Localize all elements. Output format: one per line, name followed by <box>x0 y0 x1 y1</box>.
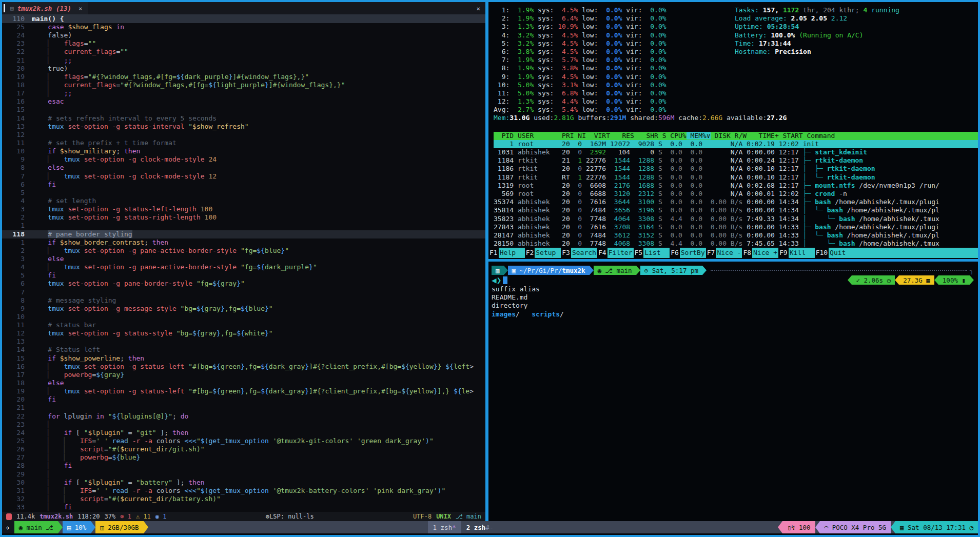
code-line[interactable]: 9 ▏ tmux set-option -g clock-mode-style … <box>2 155 485 164</box>
code-line[interactable]: 15 if $show_powerline; then <box>2 354 485 363</box>
code-line[interactable]: 1 if $show_border_contrast; then <box>2 238 485 247</box>
code-line[interactable]: 24 ▏ if [ "$lplugin" = "git" ]; then <box>2 429 485 437</box>
tab-close-icon[interactable]: × <box>79 5 83 12</box>
code-line[interactable]: 5 <box>2 189 485 197</box>
code-line[interactable]: 26 ▏ ▏ script="#($current_dir/git.sh)" <box>2 445 485 453</box>
code-line[interactable]: 21 <box>2 404 485 412</box>
close-all-icon[interactable]: ✕ <box>476 5 480 12</box>
code-line[interactable]: 118 # pane border styling <box>2 230 485 238</box>
code-line[interactable]: 33 ▏ fi <box>2 503 485 511</box>
fkey-f8[interactable]: F8 <box>742 248 752 258</box>
code-line[interactable]: 25 ▏ ▏ IFS=' ' read -r -a colors <<<"$(g… <box>2 437 485 445</box>
code-line[interactable]: 23 ▏ <box>2 421 485 429</box>
fkey-f5[interactable]: F5 <box>634 248 644 258</box>
launcher-icon[interactable]: ✈ <box>2 521 14 533</box>
process-row[interactable]: 1031 abhishek 20 0 2392 104 0 S 0.0 0.0 … <box>494 148 978 156</box>
code-line[interactable]: 2 ▏ tmux set-option -g pane-active-borde… <box>2 247 485 255</box>
code-line[interactable]: 14 # sets refresh interval to every 5 se… <box>2 114 485 123</box>
code-line[interactable]: 8 else <box>2 164 485 172</box>
code-line[interactable]: 32 ▏ ▏ script="#($current_dir/battery.sh… <box>2 495 485 503</box>
process-row[interactable]: 28147 abhishek 20 0 7484 3612 3152 S 0.0… <box>494 231 978 240</box>
process-header-row[interactable]: PID USER PRI NI VIRT RES SHR S CPU% MEM%… <box>494 132 978 140</box>
code-line[interactable]: 22 for lplugin in "${lplugins[@]}"; do <box>2 412 485 421</box>
code-line[interactable]: 14 # Status left <box>2 346 485 354</box>
terminal-pane[interactable]: ▥▣ ~/Pr/Gi/Pr/tmux2k◉ ⎇ main⊙ Sat, 5:17 … <box>488 262 978 521</box>
code-line[interactable]: 12 <box>2 131 485 139</box>
code-line[interactable]: 4 # set length <box>2 197 485 205</box>
code-line[interactable]: 10 <box>2 313 485 321</box>
fkey-f7[interactable]: F7 <box>706 248 716 258</box>
code-line[interactable]: 19 ▏ tmux set-option -g status-left "#[b… <box>2 387 485 395</box>
fkey-label[interactable]: Search <box>571 248 597 258</box>
process-row[interactable]: 1186 rtkit 20 0 22776 1544 1288 S 0.0 0.… <box>494 165 978 173</box>
code-line[interactable]: 13 <box>2 337 485 346</box>
code-line[interactable]: 19 ▏ flags="#{?window_flags,#[fg=${dark_… <box>2 73 485 81</box>
code-line[interactable]: 25 case $show_flags in <box>2 23 485 31</box>
editor-tab[interactable]: ▤ tmux2k.sh (13) × <box>5 2 88 14</box>
code-line[interactable]: 3 else <box>2 255 485 263</box>
fkey-label[interactable]: Nice - <box>716 248 742 258</box>
process-row[interactable]: 1319 root 20 0 6608 2176 1688 S 0.0 0.0 … <box>494 182 978 190</box>
code-line[interactable]: 30 ▏ if [ "$lplugin" = "battery" ]; then <box>2 479 485 487</box>
code-line[interactable]: 17 ▏ powerbg=${gray} <box>2 371 485 379</box>
process-row[interactable]: 35814 abhishek 20 0 7484 3656 3196 S 0.0… <box>494 206 978 214</box>
fkey-f10[interactable]: F10 <box>815 248 829 258</box>
process-row[interactable]: 35374 abhishek 20 0 7616 3644 3100 S 0.0… <box>494 198 978 206</box>
pane-divider-horizontal[interactable] <box>488 259 980 262</box>
code-line[interactable]: 10 if $show_military; then <box>2 147 485 155</box>
fkey-label[interactable]: Nice + <box>752 248 778 258</box>
code-line[interactable]: 6 tmux set-option -g pane-border-style "… <box>2 280 485 288</box>
code-line[interactable]: 3 tmux set-option -g status-left-length … <box>2 205 485 213</box>
code-line[interactable]: 24 false) <box>2 31 485 39</box>
process-row[interactable]: 27843 abhishek 20 0 7616 3708 3164 S 0.0… <box>494 223 978 231</box>
code-line[interactable]: 16 ▏ tmux set-option -g status-left "#[b… <box>2 363 485 371</box>
code-line[interactable]: 1 <box>2 222 485 230</box>
code-line[interactable]: 7 <box>2 288 485 296</box>
code-line[interactable]: 16 esac <box>2 97 485 106</box>
process-row[interactable]: 1187 rtkit RT 1 22776 1544 1288 S 0.0 0.… <box>494 173 978 182</box>
editor-buffer[interactable]: 25 case $show_flags in24 false)23 ▏ flag… <box>2 23 485 511</box>
code-line[interactable]: 17 ▏ ;; <box>2 89 485 97</box>
code-line[interactable]: 7 ▏ tmux set-option -g clock-mode-style … <box>2 172 485 181</box>
fkey-label[interactable]: SortBy <box>680 248 706 258</box>
code-line[interactable]: 21 ▏ ;; <box>2 56 485 65</box>
fkey-f3[interactable]: F3 <box>561 248 571 258</box>
fkey-label[interactable]: Quit <box>829 248 847 258</box>
code-line[interactable]: 2 tmux set-option -g status-right-length… <box>2 213 485 222</box>
code-line[interactable]: 15 <box>2 106 485 114</box>
code-line[interactable]: 20 true) <box>2 65 485 73</box>
code-line[interactable]: 8 # message styling <box>2 296 485 305</box>
code-line[interactable]: 31 ▏ ▏ IFS=' ' read -r -a colors <<<"$(g… <box>2 487 485 495</box>
process-table-header[interactable]: PID USER PRI NI VIRT RES SHR S CPU% MEM%… <box>494 132 978 140</box>
code-line[interactable]: 6 fi <box>2 181 485 189</box>
process-row[interactable]: 1184 rtkit 21 1 22776 1544 1288 S 0.0 0.… <box>494 156 978 165</box>
fkey-label[interactable]: Kill <box>789 248 815 258</box>
fkey-f6[interactable]: F6 <box>670 248 680 258</box>
fkey-f1[interactable]: F1 <box>488 248 499 258</box>
process-table[interactable]: 1 root 20 0 162M 12072 9028 S 0.0 0.0 N/… <box>494 140 978 248</box>
code-line[interactable]: 11 # status bar <box>2 321 485 329</box>
code-line[interactable]: 22 ▏ current_flags="" <box>2 48 485 56</box>
fkey-f9[interactable]: F9 <box>778 248 789 258</box>
process-row[interactable]: 1 root 20 0 162M 12072 9028 S 0.0 0.0 N/… <box>494 140 978 148</box>
process-row[interactable]: 28150 abhishek 20 0 7748 4068 3308 S 4.4… <box>494 240 978 248</box>
code-line[interactable]: 12 tmux set-option -g status-style "bg=$… <box>2 329 485 337</box>
process-row[interactable]: 569 root 20 0 6688 3120 2312 S 0.0 0.0 N… <box>494 190 978 198</box>
code-line[interactable]: 9 tmux set-option -g message-style "bg=$… <box>2 305 485 313</box>
code-line[interactable]: 13 tmux set-option -g status-interval "$… <box>2 123 485 131</box>
fkey-f2[interactable]: F2 <box>525 248 535 258</box>
process-row[interactable]: 35823 abhishek 20 0 7748 4064 3308 S 4.4… <box>494 215 978 223</box>
fkey-f4[interactable]: F4 <box>597 248 607 258</box>
fkey-label[interactable]: Help <box>499 248 525 258</box>
tmux-window-1[interactable]: 1 zsh* <box>428 521 461 533</box>
code-line[interactable]: 18 else <box>2 379 485 387</box>
code-line[interactable]: 27 ▏ ▏ powerbg=${blue} <box>2 453 485 462</box>
fkey-label[interactable]: List <box>643 248 670 258</box>
code-line[interactable]: 4 ▏ tmux set-option -g pane-active-borde… <box>2 263 485 271</box>
code-line[interactable]: 11 # set the prefix + t time format <box>2 139 485 147</box>
code-line[interactable]: 20 fi <box>2 395 485 404</box>
code-line[interactable]: 5 fi <box>2 271 485 280</box>
code-line[interactable]: 23 ▏ flags="" <box>2 39 485 48</box>
code-line[interactable]: 29 ▏ <box>2 470 485 479</box>
code-line[interactable]: 28 ▏ fi <box>2 462 485 470</box>
